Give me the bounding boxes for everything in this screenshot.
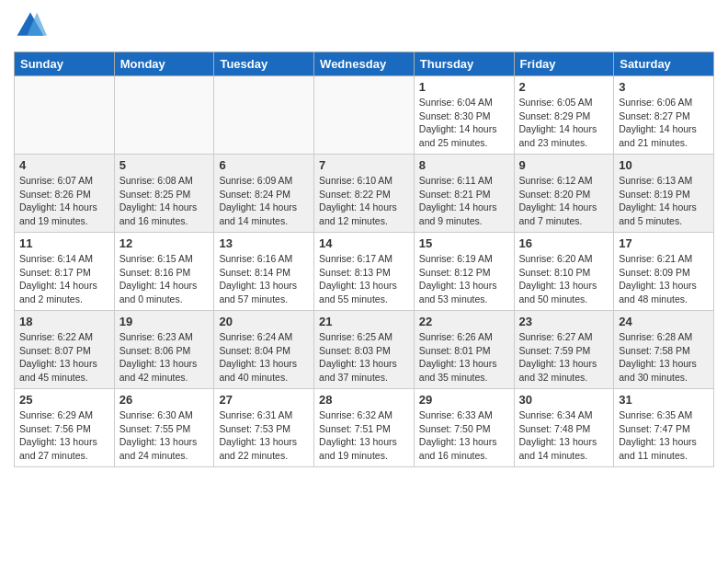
- calendar-cell: 5Sunrise: 6:08 AM Sunset: 8:25 PM Daylig…: [114, 155, 214, 233]
- week-row-2: 4Sunrise: 6:07 AM Sunset: 8:26 PM Daylig…: [15, 155, 714, 233]
- day-info: Sunrise: 6:20 AM Sunset: 8:10 PM Dayligh…: [519, 252, 609, 306]
- day-number: 30: [519, 393, 609, 407]
- day-number: 9: [519, 158, 609, 172]
- calendar-cell: [15, 76, 115, 155]
- calendar-cell: 1Sunrise: 6:04 AM Sunset: 8:30 PM Daylig…: [414, 76, 514, 155]
- day-info: Sunrise: 6:17 AM Sunset: 8:13 PM Dayligh…: [319, 252, 409, 306]
- day-info: Sunrise: 6:24 AM Sunset: 8:04 PM Dayligh…: [219, 330, 309, 385]
- calendar-cell: 3Sunrise: 6:06 AM Sunset: 8:27 PM Daylig…: [614, 76, 714, 155]
- calendar-cell: 28Sunrise: 6:32 AM Sunset: 7:51 PM Dayli…: [314, 389, 415, 467]
- header: [14, 9, 714, 42]
- calendar-cell: 7Sunrise: 6:10 AM Sunset: 8:22 PM Daylig…: [314, 155, 415, 233]
- day-info: Sunrise: 6:21 AM Sunset: 8:09 PM Dayligh…: [619, 252, 709, 306]
- logo: [14, 9, 51, 42]
- week-row-5: 25Sunrise: 6:29 AM Sunset: 7:56 PM Dayli…: [15, 389, 714, 467]
- page: SundayMondayTuesdayWednesdayThursdayFrid…: [0, 0, 728, 477]
- calendar-cell: 22Sunrise: 6:26 AM Sunset: 8:01 PM Dayli…: [414, 311, 514, 389]
- day-number: 18: [19, 315, 109, 328]
- day-number: 1: [419, 80, 509, 94]
- calendar-cell: 4Sunrise: 6:07 AM Sunset: 8:26 PM Daylig…: [15, 155, 115, 233]
- day-info: Sunrise: 6:14 AM Sunset: 8:17 PM Dayligh…: [19, 252, 109, 306]
- calendar-cell: 12Sunrise: 6:15 AM Sunset: 8:16 PM Dayli…: [114, 233, 214, 311]
- day-info: Sunrise: 6:04 AM Sunset: 8:30 PM Dayligh…: [419, 96, 509, 150]
- calendar-cell: 18Sunrise: 6:22 AM Sunset: 8:07 PM Dayli…: [15, 311, 115, 389]
- calendar-cell: 13Sunrise: 6:16 AM Sunset: 8:14 PM Dayli…: [214, 233, 314, 311]
- day-info: Sunrise: 6:34 AM Sunset: 7:48 PM Dayligh…: [519, 408, 609, 463]
- day-info: Sunrise: 6:11 AM Sunset: 8:21 PM Dayligh…: [419, 174, 509, 228]
- day-number: 29: [419, 393, 509, 407]
- day-info: Sunrise: 6:10 AM Sunset: 8:22 PM Dayligh…: [319, 174, 409, 228]
- day-number: 25: [19, 393, 109, 407]
- calendar-cell: 9Sunrise: 6:12 AM Sunset: 8:20 PM Daylig…: [514, 155, 614, 233]
- calendar-cell: 30Sunrise: 6:34 AM Sunset: 7:48 PM Dayli…: [514, 389, 614, 467]
- calendar-cell: 14Sunrise: 6:17 AM Sunset: 8:13 PM Dayli…: [314, 233, 415, 311]
- calendar-cell: 16Sunrise: 6:20 AM Sunset: 8:10 PM Dayli…: [514, 233, 614, 311]
- day-number: 2: [519, 80, 609, 94]
- day-info: Sunrise: 6:32 AM Sunset: 7:51 PM Dayligh…: [319, 408, 409, 463]
- calendar-cell: 21Sunrise: 6:25 AM Sunset: 8:03 PM Dayli…: [314, 311, 415, 389]
- day-number: 19: [119, 315, 210, 328]
- calendar-header: SundayMondayTuesdayWednesdayThursdayFrid…: [15, 52, 714, 76]
- day-number: 23: [519, 315, 609, 328]
- day-info: Sunrise: 6:26 AM Sunset: 8:01 PM Dayligh…: [419, 330, 509, 385]
- day-number: 6: [219, 158, 309, 172]
- day-number: 7: [319, 158, 409, 172]
- day-number: 3: [619, 80, 709, 94]
- calendar-cell: 26Sunrise: 6:30 AM Sunset: 7:55 PM Dayli…: [114, 389, 214, 467]
- calendar-cell: [214, 76, 314, 155]
- day-info: Sunrise: 6:22 AM Sunset: 8:07 PM Dayligh…: [19, 330, 109, 385]
- day-info: Sunrise: 6:29 AM Sunset: 7:56 PM Dayligh…: [19, 408, 109, 463]
- day-header-wednesday: Wednesday: [314, 52, 415, 76]
- days-of-week-row: SundayMondayTuesdayWednesdayThursdayFrid…: [15, 52, 714, 76]
- day-info: Sunrise: 6:23 AM Sunset: 8:06 PM Dayligh…: [119, 330, 210, 385]
- calendar-cell: 6Sunrise: 6:09 AM Sunset: 8:24 PM Daylig…: [214, 155, 314, 233]
- day-info: Sunrise: 6:05 AM Sunset: 8:29 PM Dayligh…: [519, 96, 609, 150]
- day-info: Sunrise: 6:12 AM Sunset: 8:20 PM Dayligh…: [519, 174, 609, 228]
- day-info: Sunrise: 6:19 AM Sunset: 8:12 PM Dayligh…: [419, 252, 509, 306]
- day-number: 28: [319, 393, 409, 407]
- calendar-cell: 20Sunrise: 6:24 AM Sunset: 8:04 PM Dayli…: [214, 311, 314, 389]
- day-info: Sunrise: 6:13 AM Sunset: 8:19 PM Dayligh…: [619, 174, 709, 228]
- day-number: 13: [219, 236, 309, 250]
- day-number: 11: [19, 236, 109, 250]
- calendar-cell: 11Sunrise: 6:14 AM Sunset: 8:17 PM Dayli…: [15, 233, 115, 311]
- day-info: Sunrise: 6:35 AM Sunset: 7:47 PM Dayligh…: [619, 408, 709, 463]
- day-number: 31: [619, 393, 709, 407]
- day-number: 8: [419, 158, 509, 172]
- day-number: 26: [119, 393, 210, 407]
- day-number: 12: [119, 236, 210, 250]
- calendar-cell: 2Sunrise: 6:05 AM Sunset: 8:29 PM Daylig…: [514, 76, 614, 155]
- day-number: 14: [319, 236, 409, 250]
- calendar-cell: 31Sunrise: 6:35 AM Sunset: 7:47 PM Dayli…: [614, 389, 714, 467]
- calendar-cell: 17Sunrise: 6:21 AM Sunset: 8:09 PM Dayli…: [614, 233, 714, 311]
- calendar-cell: 23Sunrise: 6:27 AM Sunset: 7:59 PM Dayli…: [514, 311, 614, 389]
- day-header-saturday: Saturday: [614, 52, 714, 76]
- day-info: Sunrise: 6:27 AM Sunset: 7:59 PM Dayligh…: [519, 330, 609, 385]
- calendar-table: SundayMondayTuesdayWednesdayThursdayFrid…: [14, 52, 714, 467]
- day-number: 10: [619, 158, 709, 172]
- day-number: 15: [419, 236, 509, 250]
- day-number: 24: [619, 315, 709, 328]
- calendar-cell: 19Sunrise: 6:23 AM Sunset: 8:06 PM Dayli…: [114, 311, 214, 389]
- calendar-cell: 24Sunrise: 6:28 AM Sunset: 7:58 PM Dayli…: [614, 311, 714, 389]
- calendar-cell: 25Sunrise: 6:29 AM Sunset: 7:56 PM Dayli…: [15, 389, 115, 467]
- day-info: Sunrise: 6:07 AM Sunset: 8:26 PM Dayligh…: [19, 174, 109, 228]
- logo-icon: [14, 9, 47, 42]
- day-header-sunday: Sunday: [15, 52, 115, 76]
- day-number: 21: [319, 315, 409, 328]
- calendar-cell: 15Sunrise: 6:19 AM Sunset: 8:12 PM Dayli…: [414, 233, 514, 311]
- day-number: 4: [19, 158, 109, 172]
- day-number: 17: [619, 236, 709, 250]
- day-header-tuesday: Tuesday: [214, 52, 314, 76]
- calendar-cell: 8Sunrise: 6:11 AM Sunset: 8:21 PM Daylig…: [414, 155, 514, 233]
- day-number: 16: [519, 236, 609, 250]
- calendar-body: 1Sunrise: 6:04 AM Sunset: 8:30 PM Daylig…: [15, 76, 714, 467]
- calendar-cell: [314, 76, 415, 155]
- day-info: Sunrise: 6:30 AM Sunset: 7:55 PM Dayligh…: [119, 408, 210, 463]
- day-number: 5: [119, 158, 210, 172]
- calendar-cell: 10Sunrise: 6:13 AM Sunset: 8:19 PM Dayli…: [614, 155, 714, 233]
- day-info: Sunrise: 6:15 AM Sunset: 8:16 PM Dayligh…: [119, 252, 210, 306]
- day-info: Sunrise: 6:16 AM Sunset: 8:14 PM Dayligh…: [219, 252, 309, 306]
- day-info: Sunrise: 6:08 AM Sunset: 8:25 PM Dayligh…: [119, 174, 210, 228]
- day-number: 20: [219, 315, 309, 328]
